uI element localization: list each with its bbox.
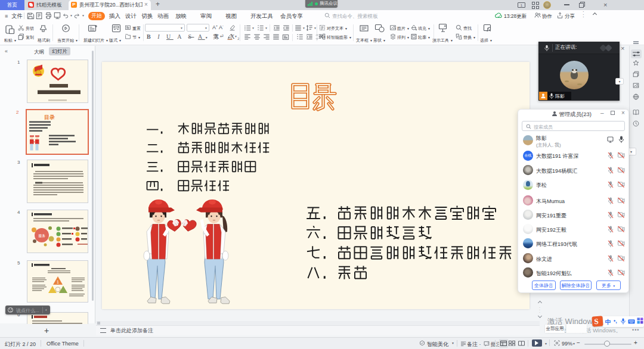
svg-text:目录: 目录 [44, 114, 55, 120]
svg-text:1: 1 [57, 280, 59, 284]
svg-text:服务: 服务 [38, 234, 45, 238]
